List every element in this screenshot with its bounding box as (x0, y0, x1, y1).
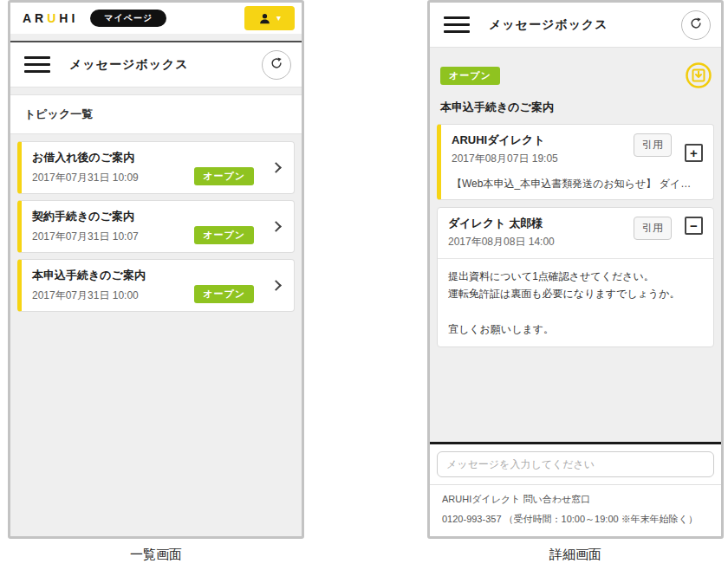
page-title: メッセージボックス (69, 57, 189, 73)
topic-list: お借入れ後のご案内 2017年07月31日 10:09 オープン 契約手続きのご… (10, 134, 302, 312)
logo-part: AR (23, 11, 47, 25)
message-input-area (430, 444, 721, 484)
mypage-badge: マイページ (90, 10, 166, 27)
quote-button[interactable]: 引用 (634, 217, 672, 240)
message-card-expanded: ダイレクト 太郎様 2017年08月08日 14:00 引用 − 提出資料につい… (437, 207, 714, 347)
refresh-button[interactable] (681, 10, 711, 40)
divider (438, 258, 713, 259)
menu-icon[interactable] (444, 16, 470, 33)
chevron-right-icon (270, 280, 282, 291)
status-badge: オープン (194, 285, 254, 303)
page-title: メッセージボックス (489, 17, 608, 33)
status-badge: オープン (440, 67, 500, 85)
topic-title: お借入れ後のご案内 (32, 150, 268, 165)
screenshot-canvas: ARUHI マイページ ▾ メッセージボックス (0, 0, 728, 570)
caption-list-screen: 一覧画面 (8, 547, 304, 563)
expand-plus-icon[interactable]: + (685, 144, 703, 162)
aruhi-logo: ARUHI (23, 11, 78, 25)
chevron-right-icon (270, 221, 282, 232)
refresh-icon (269, 55, 284, 74)
logo-part: HI (59, 11, 78, 25)
status-badge: オープン (194, 167, 254, 185)
person-icon (258, 12, 271, 25)
message-preview: 【Web本申込_本申込書類発送のお知らせ】 ダイ… (452, 177, 703, 191)
messagebox-header: メッセージボックス (430, 3, 721, 48)
topic-status-row: オープン (430, 48, 721, 89)
topic-title: 本申込手続きのご案内 (430, 89, 721, 124)
refresh-button[interactable] (262, 50, 291, 80)
message-body: 提出資料について1点確認させてください。 運転免許証は裏面も必要になりますでしょ… (448, 268, 703, 339)
collapse-minus-icon[interactable]: − (685, 217, 703, 235)
topic-card[interactable]: お借入れ後のご案内 2017年07月31日 10:09 オープン (17, 141, 295, 194)
chevron-right-icon (270, 162, 282, 173)
topic-card[interactable]: 本申込手続きのご案内 2017年07月31日 10:00 オープン (17, 259, 295, 312)
user-menu-button[interactable]: ▾ (244, 6, 295, 30)
message-input[interactable] (437, 451, 714, 477)
section-title: トピック一覧 (10, 94, 302, 134)
message-list: ARUHIダイレクト 2017年08月07日 19:05 引用 + 【Web本申… (430, 124, 721, 347)
caption-detail-screen: 詳細画面 (427, 547, 724, 563)
caret-down-icon: ▾ (276, 14, 281, 23)
status-badge: オープン (194, 226, 254, 244)
logo-accent: U (47, 11, 59, 25)
compose-area: ARUHIダイレクト 問い合わせ窓口 0120-993-357 （受付時間：10… (430, 442, 721, 536)
message-card-collapsed: ARUHIダイレクト 2017年08月07日 19:05 引用 + 【Web本申… (437, 124, 714, 200)
quote-button[interactable]: 引用 (634, 133, 672, 157)
topic-card[interactable]: 契約手続きのご案内 2017年07月31日 10:07 オープン (17, 200, 295, 253)
save-download-icon[interactable] (685, 62, 712, 89)
messagebox-header: メッセージボックス (10, 42, 302, 87)
refresh-icon (688, 16, 704, 34)
contact-footer: ARUHIダイレクト 問い合わせ窓口 0120-993-357 （受付時間：10… (430, 484, 721, 536)
aruhi-top-bar: ARUHI マイページ ▾ (10, 3, 302, 34)
divider (10, 34, 302, 41)
detail-screen-phone: メッセージボックス オープン 本申込手続きのご案内 (427, 0, 724, 539)
list-screen-phone: ARUHI マイページ ▾ メッセージボックス (8, 0, 304, 539)
contact-phone: 0120-993-357 （受付時間：10:00～19:00 ※年末年始除く） (442, 513, 709, 526)
topic-title: 契約手続きのご案内 (32, 209, 268, 224)
menu-icon[interactable] (24, 56, 50, 73)
topic-title: 本申込手続きのご案内 (32, 268, 268, 283)
contact-title: ARUHIダイレクト 問い合わせ窓口 (442, 493, 709, 506)
